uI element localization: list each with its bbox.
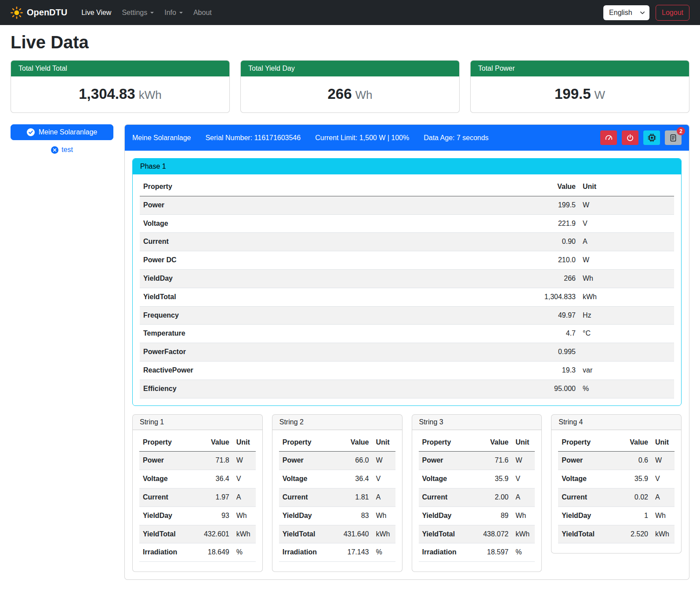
table-row: Frequency49.97Hz <box>140 306 674 325</box>
inverter-select-label: Meine Solaranlage <box>39 128 97 136</box>
string-card-title: String 3 <box>412 415 542 430</box>
event-log-button[interactable]: 2 <box>665 130 682 145</box>
inverter-select-active[interactable]: Meine Solaranlage <box>11 124 113 140</box>
brand-label: OpenDTU <box>27 7 67 18</box>
property-cell: Voltage <box>140 214 522 233</box>
unit-cell: V <box>512 470 535 488</box>
phase-card: Phase 1 Property Value Unit Power199.5WV… <box>132 158 682 406</box>
unit-cell: V <box>233 470 256 488</box>
value-cell: 35.9 <box>472 470 512 488</box>
string-card-2: String 2 Property Value Unit <box>272 414 403 572</box>
language-select[interactable]: English <box>603 5 649 20</box>
value-cell: 1 <box>611 507 652 525</box>
property-cell: Frequency <box>140 306 522 325</box>
property-cell: Power <box>140 196 522 214</box>
brand[interactable]: OpenDTU <box>11 7 67 19</box>
nav-info[interactable]: Info <box>161 5 186 20</box>
col-unit: Unit <box>579 178 674 196</box>
table-row: ReactivePower19.3var <box>140 361 674 380</box>
table-header-row: Property Value Unit <box>419 434 535 452</box>
inverter-sidebar: Meine Solaranlage test <box>11 124 113 154</box>
inverter-select-test[interactable]: test <box>11 146 113 154</box>
gauge-icon <box>605 134 613 142</box>
chevron-down-icon <box>179 12 183 14</box>
table-row: Irradiation18.597% <box>419 543 535 562</box>
unit-cell: Wh <box>373 507 395 525</box>
unit-cell <box>579 343 674 362</box>
unit-cell: W <box>579 251 674 270</box>
limit-settings-button[interactable] <box>600 130 617 145</box>
nav-settings[interactable]: Settings <box>118 5 157 20</box>
property-cell: Power DC <box>140 251 522 270</box>
col-value: Value <box>192 434 233 452</box>
phase-card-title: Phase 1 <box>133 159 681 174</box>
col-value: Value <box>472 434 512 452</box>
value-cell: 0.02 <box>611 488 652 507</box>
summary-cards: Total Yield Total 1,304.83kWh Total Yiel… <box>11 60 689 113</box>
unit-cell: W <box>579 196 674 214</box>
navbar-right: English Logout <box>603 5 689 21</box>
value-cell: 17.143 <box>332 543 373 562</box>
unit-cell: Wh <box>512 507 535 525</box>
unit-cell: °C <box>579 325 674 343</box>
nav-info-label: Info <box>164 9 176 17</box>
unit-cell: kWh <box>652 525 675 543</box>
table-row: YieldDay1Wh <box>558 507 675 525</box>
property-cell: Current <box>419 488 472 507</box>
inverter-panel-body: Phase 1 Property Value Unit Power199.5WV… <box>125 151 689 579</box>
unit-cell: kWh <box>512 525 535 543</box>
logout-button[interactable]: Logout <box>656 5 689 21</box>
value-cell: 431.640 <box>332 525 373 543</box>
property-cell: YieldDay <box>419 507 472 525</box>
value-cell: 71.6 <box>472 452 512 470</box>
property-cell: YieldDay <box>279 507 332 525</box>
inverter-serial: Serial Number: 116171603546 <box>205 134 301 142</box>
table-row: Power66.0W <box>279 452 395 470</box>
string-card-body: Property Value Unit Power71.6WVoltage35.… <box>412 430 542 572</box>
value-cell: 210.0 <box>522 251 579 270</box>
table-row: YieldTotal2.520kWh <box>558 525 675 543</box>
string-card-body: Property Value Unit Power0.6WVoltage35.9… <box>551 430 681 554</box>
property-cell: Voltage <box>558 470 611 488</box>
property-cell: Irradiation <box>139 543 192 562</box>
table-row: Temperature4.7°C <box>140 325 674 343</box>
property-cell: Irradiation <box>419 543 472 562</box>
table-row: YieldTotal432.601kWh <box>139 525 256 543</box>
property-cell: YieldTotal <box>140 288 522 306</box>
unit-cell: kWh <box>233 525 256 543</box>
property-cell: Efficiency <box>140 380 522 398</box>
string-card-title: String 1 <box>133 415 262 430</box>
unit-cell: W <box>652 452 675 470</box>
value-cell: 83 <box>332 507 373 525</box>
nav-live-view[interactable]: Live View <box>78 5 115 20</box>
table-row: Voltage221.9V <box>140 214 674 233</box>
chevron-down-icon <box>640 10 645 15</box>
property-cell: YieldTotal <box>419 525 472 543</box>
table-row: Power0.6W <box>558 452 675 470</box>
table-row: YieldTotal1,304.833kWh <box>140 288 674 306</box>
col-unit: Unit <box>512 434 535 452</box>
value-cell: 18.649 <box>192 543 233 562</box>
nav-about[interactable]: About <box>190 5 215 20</box>
device-info-button[interactable] <box>643 130 660 145</box>
table-row: Power71.6W <box>419 452 535 470</box>
card-body: 266Wh <box>241 76 459 112</box>
value-cell: 2.00 <box>472 488 512 507</box>
unit-cell: W <box>512 452 535 470</box>
string-table: Property Value Unit Power0.6WVoltage35.9… <box>558 434 675 544</box>
value-cell: 71.8 <box>192 452 233 470</box>
navbar: OpenDTU Live View Settings Info About En… <box>0 0 700 25</box>
table-row: Power71.8W <box>139 452 256 470</box>
strings-row: String 1 Property Value Unit <box>132 414 682 572</box>
property-cell: Current <box>558 488 611 507</box>
sun-icon <box>11 7 23 19</box>
property-cell: Power <box>279 452 332 470</box>
value-cell: 35.9 <box>611 470 652 488</box>
value-cell: 438.072 <box>472 525 512 543</box>
col-unit: Unit <box>233 434 256 452</box>
property-cell: Current <box>139 488 192 507</box>
property-cell: Voltage <box>419 470 472 488</box>
power-icon <box>626 134 634 142</box>
property-cell: Current <box>279 488 332 507</box>
power-button[interactable] <box>622 130 638 145</box>
